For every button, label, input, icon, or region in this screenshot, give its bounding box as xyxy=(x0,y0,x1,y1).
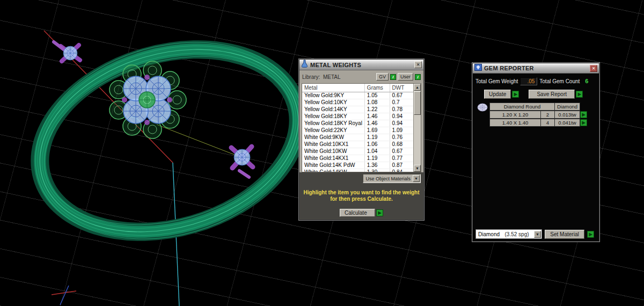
calculate-play-icon[interactable]: ▶ xyxy=(376,209,383,216)
metal-row[interactable]: Yellow Gold:10KY 1.08 0.7 xyxy=(302,99,413,106)
metal-weights-window: METAL WEIGHTS ✕ Library: METAL GV i User… xyxy=(299,59,424,220)
calculate-button[interactable]: Calculate xyxy=(340,209,375,217)
library-label: Library: METAL xyxy=(302,74,375,80)
center-stone xyxy=(139,92,155,108)
material-spg: (3.52 spg) xyxy=(505,231,529,237)
set-material-button[interactable]: Set Material xyxy=(545,230,584,239)
metal-table-header: Metal Grams DWT xyxy=(302,84,413,92)
dropdown-value: Use Object Materials xyxy=(365,176,411,181)
gem-table-header: Diamond Round Diamond xyxy=(489,103,588,111)
gv-button[interactable]: GV xyxy=(376,73,389,81)
total-gem-count-value: 6 xyxy=(582,78,591,84)
save-report-button[interactable]: Save Report xyxy=(529,90,575,99)
close-icon[interactable]: ✕ xyxy=(414,61,422,68)
gem-row[interactable]: 1.40 X 1.40 4 0.041tw ▶ xyxy=(489,119,588,127)
col-dwt[interactable]: DWT xyxy=(390,84,413,92)
metal-row[interactable]: Yellow Gold:18KY 1.46 0.94 xyxy=(302,113,413,120)
metal-row[interactable]: White Gold:9KW 1.19 0.76 xyxy=(302,134,413,141)
gem-row-apply[interactable]: ▶ xyxy=(580,119,588,127)
col-grams[interactable]: Grams xyxy=(364,84,390,92)
material-name: Diamond xyxy=(478,231,500,237)
side-stone-right[interactable] xyxy=(231,147,253,177)
gem-row-play-icon[interactable]: ▶ xyxy=(580,119,587,126)
update-button[interactable]: Update xyxy=(484,90,511,99)
gem-table: Diamond Round Diamond 1.20 X 1.20 2 0.01… xyxy=(475,103,596,127)
gem-col-shape[interactable]: Diamond Round xyxy=(489,103,555,111)
side-stone-left[interactable] xyxy=(54,42,80,61)
ring-band[interactable] xyxy=(12,12,326,269)
close-icon[interactable]: ✕ xyxy=(590,65,597,72)
gem-reporter-titlebar[interactable]: GEM REPORTER ✕ xyxy=(473,63,599,74)
total-gem-count-label: Total Gem Count xyxy=(539,78,580,84)
chevron-down-icon[interactable]: ▼ xyxy=(534,231,541,238)
gem-reporter-icon xyxy=(474,63,482,73)
metal-row[interactable]: White Gold:10KW 1.04 0.67 xyxy=(302,148,413,155)
table-scrollbar[interactable]: ▲ ▼ xyxy=(413,84,421,172)
metal-weights-title: METAL WEIGHTS xyxy=(310,62,412,68)
metal-row[interactable]: Yellow Gold:22KY 1.69 1.09 xyxy=(302,127,413,134)
col-metal[interactable]: Metal xyxy=(302,84,364,92)
metal-row[interactable]: Yellow Gold:14KY 1.22 0.78 xyxy=(302,106,413,113)
material-dropdown[interactable]: Diamond (3.52 spg) ▼ xyxy=(475,229,542,239)
library-row: Library: METAL GV i User i xyxy=(299,70,423,83)
metal-weights-titlebar[interactable]: METAL WEIGHTS ✕ xyxy=(299,60,423,70)
metal-row[interactable]: White Gold:14K PdW 1.36 0.87 xyxy=(302,162,413,169)
gv-indicator-icon[interactable]: i xyxy=(390,74,396,80)
gem-col-material[interactable]: Diamond xyxy=(555,103,580,111)
update-play-icon[interactable]: ▶ xyxy=(512,91,519,98)
metal-weights-footer: Use Object Materials ▼ Highlight the ite… xyxy=(299,172,423,220)
metal-table: Metal Grams DWT Yellow Gold:9KY 1.05 0.6… xyxy=(302,83,421,172)
gem-row[interactable]: 1.20 X 1.20 2 0.013tw ▶ xyxy=(489,111,588,119)
metal-row[interactable]: Yellow Gold:9KY 1.05 0.67 xyxy=(302,92,413,99)
viewport-3d[interactable]: METAL WEIGHTS ✕ Library: METAL GV i User… xyxy=(0,0,644,306)
gem-reporter-title: GEM REPORTER xyxy=(484,65,588,71)
scrollbar-thumb[interactable] xyxy=(414,91,421,115)
metal-row[interactable]: White Gold:14KW 1.30 0.84 xyxy=(302,169,413,172)
gem-row-apply[interactable]: ▶ xyxy=(580,111,588,119)
metal-row[interactable]: White Gold:10KX1 1.06 0.68 xyxy=(302,141,413,148)
material-row: Diamond (3.52 spg) ▼ Set Material ▶ xyxy=(475,229,596,239)
total-gem-weight-label: Total Gem Weight xyxy=(475,78,518,84)
gem-reporter-window: GEM REPORTER ✕ Total Gem Weight .05 Tota… xyxy=(472,63,599,242)
user-indicator-icon[interactable]: i xyxy=(415,74,421,80)
chevron-down-icon[interactable]: ▼ xyxy=(413,175,420,182)
gem-totals-row: Total Gem Weight .05 Total Gem Count 6 xyxy=(475,76,596,86)
flask-icon xyxy=(301,60,308,70)
save-report-play-icon[interactable]: ▶ xyxy=(576,91,583,98)
metal-row[interactable]: Yellow Gold:18KY Royal 1.46 0.94 xyxy=(302,120,413,127)
metal-table-body: Yellow Gold:9KY 1.05 0.67 Yellow Gold:10… xyxy=(302,92,413,172)
scroll-up-icon[interactable]: ▲ xyxy=(414,84,421,91)
user-button[interactable]: User xyxy=(398,73,413,81)
metal-row[interactable]: White Gold:14KX1 1.19 0.77 xyxy=(302,155,413,162)
set-material-play-icon[interactable]: ▶ xyxy=(587,231,594,238)
gem-icon xyxy=(475,103,489,112)
scroll-down-icon[interactable]: ▼ xyxy=(414,165,421,172)
instruction-text: Highlight the item you want to find the … xyxy=(302,183,421,209)
gem-row-play-icon[interactable]: ▶ xyxy=(580,111,587,118)
total-gem-weight-value: .05 xyxy=(520,77,537,85)
use-object-materials-dropdown[interactable]: Use Object Materials ▼ xyxy=(363,174,421,183)
